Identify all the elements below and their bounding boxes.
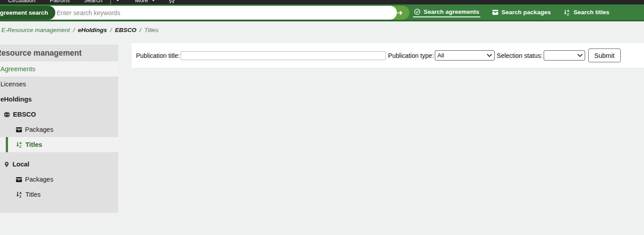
nav-item-search[interactable]: Search [84,0,102,4]
titles-filter-card: Publication title: Publication type: All… [132,43,644,68]
sidebar-spacer [0,152,118,157]
sidebar-bottom-padding [0,202,118,213]
link-label: Search titles [574,9,609,16]
link-label: Search agreements [424,8,479,15]
sort-alpha-down-icon: AZ [16,141,23,148]
titles-search-form: Publication title: Publication type: All… [132,43,644,68]
breadcrumb-eholdings[interactable]: eHoldings [78,27,107,33]
page-body: E-Resource management Agreements License… [0,43,644,235]
arrow-right-icon [396,9,404,16]
sidebar-item-local[interactable]: Local [0,157,118,172]
search-scope-button[interactable]: Agreement search [0,6,55,20]
map-pin-icon [4,161,10,168]
sort-alpha-down-icon: AZ [563,9,570,16]
nav-divider [110,0,111,4]
sidebar-item-local-packages[interactable]: Packages [0,172,118,187]
search-bar: Agreement search Search agreements Searc… [0,4,644,21]
sidebar-item-label: Packages [25,176,54,183]
breadcrumb-current-titles: Titles [144,27,158,33]
link-search-agreements[interactable]: Search agreements [413,7,480,17]
sidebar-item-label: Titles [25,141,42,148]
sidebar-item-ebsco-titles[interactable]: AZ Titles [6,137,118,152]
archive-box-icon [16,126,22,133]
link-label: Search packages [502,9,551,16]
search-input[interactable] [42,6,397,20]
archive-box-icon [492,9,499,16]
nav-item-more[interactable]: More [135,0,155,4]
sidebar-item-label: EBSCO [13,111,36,118]
submit-button[interactable]: Submit [588,49,621,62]
archive-box-icon [16,176,22,183]
breadcrumb-ebsco[interactable]: EBSCO [115,27,136,33]
sidebar-item-local-titles[interactable]: AZ Titles [0,187,118,202]
selection-status-label: Selection status: [497,52,543,59]
svg-text:Z: Z [567,12,569,16]
publication-type-label: Publication type: [388,52,434,59]
svg-text:Z: Z [19,145,21,148]
sidebar-item-label: Local [12,161,29,168]
search-scope-label: Agreement search [0,9,48,16]
publication-title-label: Publication title: [136,52,180,59]
sidebar-title-label: E-Resource management [0,49,82,58]
breadcrumb-separator: / [140,27,141,33]
link-search-packages[interactable]: Search packages [491,8,552,17]
svg-text:Z: Z [19,194,21,198]
sidebar-item-label: Agreements [0,65,35,73]
breadcrumb-separator: / [110,27,112,33]
check-circle-icon [414,8,421,15]
sidebar-item-ebsco-packages[interactable]: Packages [0,122,118,137]
selection-status-select[interactable] [544,50,585,61]
sidebar-item-label: Packages [25,126,54,133]
sidebar-item-licenses[interactable]: Licenses [0,77,118,92]
breadcrumb-separator: / [73,27,75,33]
cart-icon[interactable] [168,0,175,4]
top-nav-bar: Circulation Patrons Search More [0,0,644,4]
globe-icon [4,111,10,118]
nav-more-label: More [135,0,148,4]
link-search-titles[interactable]: AZ Search titles [562,8,610,17]
sidebar-item-label: eHoldings [0,96,32,103]
chevron-down-icon [152,0,155,1]
nav-item-patrons[interactable]: Patrons [50,0,70,4]
sort-alpha-down-icon: AZ [16,191,23,198]
breadcrumb-erm-link[interactable]: E-Resource management [1,27,70,33]
sidebar-title: E-Resource management [0,45,118,61]
breadcrumb: E-Resource management/eHoldings/EBSCO/Ti… [0,21,644,43]
chevron-down-icon[interactable] [116,0,120,1]
publication-type-select[interactable]: All [435,50,495,61]
sidebar-item-ebsco[interactable]: EBSCO [0,107,118,122]
sidebar-item-agreements[interactable]: Agreements [0,61,118,77]
sidebar-item-label: Licenses [0,81,26,88]
sidebar-item-eholdings[interactable]: eHoldings [0,92,118,107]
erm-sidebar-menu: E-Resource management Agreements License… [0,45,118,213]
sidebar-item-label: Titles [25,191,41,198]
publication-title-input[interactable] [181,51,386,60]
nav-item-circulation[interactable]: Circulation [8,0,35,4]
